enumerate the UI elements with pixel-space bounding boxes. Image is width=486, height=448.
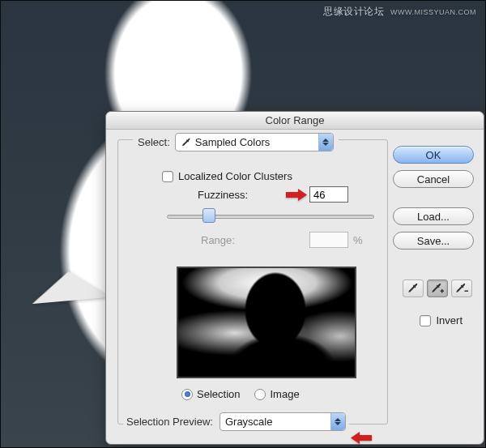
localized-label: Localized Color Clusters — [178, 170, 292, 182]
slider-track — [167, 215, 374, 219]
selection-preview-combo[interactable]: Grayscale — [220, 412, 346, 431]
fuzziness-input[interactable] — [309, 186, 348, 203]
radio-image-label: Image — [270, 388, 299, 400]
preview-image — [178, 268, 355, 377]
localized-checkbox[interactable] — [162, 171, 173, 182]
invert-checkbox[interactable] — [420, 315, 431, 326]
save-button[interactable]: Save... — [393, 232, 474, 250]
radio-selection-label: Selection — [197, 388, 240, 400]
invert-row: Invert — [420, 314, 463, 326]
ok-button[interactable]: OK — [393, 146, 474, 164]
range-input — [309, 232, 348, 248]
preview-row-wrapper: Selection Preview: Grayscale — [123, 412, 349, 431]
select-label: Select: — [138, 136, 170, 148]
eyedropper-icon — [181, 137, 192, 148]
eyedropper-plus-icon — [430, 282, 445, 295]
fuzziness-slider[interactable] — [167, 210, 374, 223]
red-arrow-annotation-2 — [351, 432, 372, 444]
combo-arrows-icon — [330, 413, 345, 430]
dialog-content: Select: Sampled Colors Localized Color C… — [106, 130, 484, 147]
range-unit: % — [353, 234, 363, 246]
selection-preview-label: Selection Preview: — [126, 416, 213, 428]
load-button[interactable]: Load... — [393, 207, 474, 225]
svg-rect-0 — [465, 291, 469, 292]
selection-preview-thumbnail[interactable] — [177, 267, 356, 378]
radio-selection-option[interactable]: Selection — [181, 388, 240, 400]
combo-arrows-icon — [318, 134, 333, 151]
select-combo-value: Sampled Colors — [195, 136, 271, 148]
color-range-dialog: Color Range Select: Sampled Colors Local… — [105, 111, 484, 445]
slider-thumb[interactable] — [202, 208, 215, 223]
watermark-text: 思缘设计论坛 — [323, 6, 384, 17]
watermark: 思缘设计论坛 WWW.MISSYUAN.COM — [323, 5, 476, 19]
cancel-button[interactable]: Cancel — [393, 170, 474, 188]
eyedropper-tools — [403, 279, 472, 297]
preview-mode-radios: Selection Image — [181, 388, 300, 400]
dialog-titlebar[interactable]: Color Range — [106, 112, 484, 130]
eyedropper-tool[interactable] — [403, 279, 424, 297]
fuzziness-label: Fuzziness: — [198, 189, 248, 201]
watermark-url: WWW.MISSYUAN.COM — [390, 8, 476, 16]
select-row-wrapper: Select: Sampled Colors — [133, 133, 339, 151]
options-fieldset: Select: Sampled Colors Localized Color C… — [117, 139, 388, 425]
dialog-buttons: OK Cancel Load... Save... — [393, 146, 474, 250]
eyedropper-icon — [407, 282, 420, 295]
dialog-title: Color Range — [266, 114, 325, 126]
localized-row: Localized Color Clusters — [162, 170, 292, 182]
invert-label: Invert — [436, 314, 463, 326]
eyedropper-minus-tool[interactable] — [451, 279, 472, 297]
radio-image-option[interactable]: Image — [254, 388, 299, 400]
range-label: Range: — [201, 234, 235, 246]
red-arrow-annotation — [286, 189, 307, 201]
radio-image[interactable] — [254, 389, 266, 400]
eyedropper-minus-icon — [454, 282, 469, 295]
radio-selection[interactable] — [181, 389, 193, 400]
selection-preview-value: Grayscale — [225, 416, 273, 428]
eyedropper-plus-tool[interactable] — [427, 279, 448, 297]
select-combo[interactable]: Sampled Colors — [175, 133, 334, 151]
